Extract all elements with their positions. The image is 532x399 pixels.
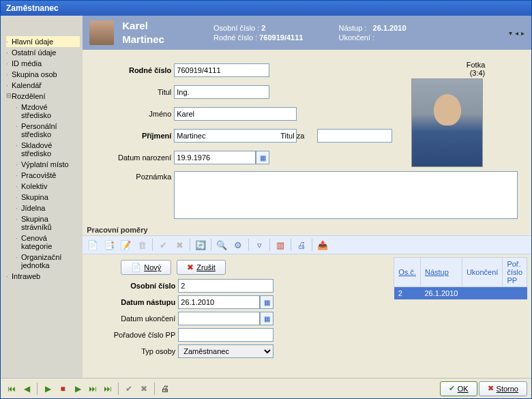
pp-poradi-label: Pořadové číslo PP — [87, 331, 175, 339]
header-band: Karel Martinec Osobní číslo : 2 Rodné čí… — [83, 16, 531, 50]
sidebar-item[interactable]: Skladové středisko — [6, 140, 80, 159]
pp-nastup-label: Datum nástupu — [87, 298, 175, 306]
table-row[interactable]: 2 26.1.2010 — [394, 287, 527, 300]
pomery-section-title: Pracovní poměry — [83, 224, 531, 235]
header-nastup-value: 26.1.2010 — [373, 24, 407, 32]
titulza-input[interactable] — [317, 129, 392, 143]
sidebar-item[interactable]: Výplatní místo — [6, 159, 80, 170]
sidebar-item[interactable]: Jídelna — [6, 203, 80, 213]
calendar-icon[interactable]: ▦ — [256, 151, 269, 164]
poznamka-label: Poznámka — [96, 171, 171, 219]
titul-input[interactable] — [174, 85, 269, 99]
sidebar-item[interactable]: ID média — [6, 58, 80, 69]
prijmeni-label: Příjmení — [96, 132, 171, 140]
jmeno-label: Jméno — [96, 110, 171, 118]
nav-last-icon[interactable]: ⏭ — [86, 382, 100, 396]
pp-poradi-input[interactable] — [178, 328, 274, 342]
nav-play-icon[interactable]: ▶ — [71, 382, 85, 396]
nav-end-icon[interactable]: ⏭ — [101, 382, 115, 396]
tb-copy-icon[interactable]: 📑 — [102, 237, 117, 252]
footer-toolbar: ⏮ ◀ ▶ ■ ▶ ⏭ ⏭ ✔ ✖ 🖨 ✔OK ✖Storno — [1, 378, 531, 398]
sidebar-item[interactable]: Cenová kategorie — [6, 233, 80, 252]
tb-print-icon[interactable]: 🖨 — [294, 237, 309, 252]
jmeno-input[interactable] — [174, 107, 297, 121]
sidebar-item[interactable]: Kalendář — [6, 80, 80, 91]
zrusit-button[interactable]: ✖Zrušit — [177, 260, 226, 275]
pomery-table: Os.č. Nástup Ukončení Poř. číslo PP 2 26… — [394, 257, 527, 299]
rodne-cislo-label: Rodné číslo — [96, 66, 171, 74]
nav-first-icon[interactable]: ⏮ — [5, 382, 18, 396]
pp-typ-select[interactable]: Zaměstnanec — [178, 344, 274, 358]
storno-button[interactable]: ✖Storno — [479, 381, 527, 396]
tb-export-icon[interactable]: 📤 — [315, 237, 330, 252]
sidebar-item[interactable]: Rozdělení — [6, 91, 80, 102]
sidebar-item[interactable]: Hlavní údaje — [6, 36, 80, 47]
header-osobni-label: Osobní číslo : — [213, 24, 259, 32]
tb-filter-icon[interactable]: ▿ — [252, 237, 267, 252]
prijmeni-input[interactable] — [174, 129, 297, 143]
pp-osobni-input[interactable] — [178, 279, 274, 293]
header-last-name: Martinec — [122, 33, 164, 46]
nav-next-icon[interactable]: ▶ — [41, 382, 55, 396]
fotka-label: Fotka — [467, 61, 486, 69]
tb-confirm-icon[interactable]: ✔ — [156, 237, 171, 252]
sidebar: Hlavní údajeOstatní údajeID médiaSkupina… — [1, 16, 83, 378]
novy-button[interactable]: 📄Nový — [121, 260, 171, 275]
pp-ukonceni-input[interactable] — [178, 312, 260, 325]
footer-confirm-icon[interactable]: ✔ — [122, 382, 136, 396]
sidebar-item[interactable]: Kolektiv — [6, 181, 80, 192]
tb-cancel-icon[interactable]: ✖ — [172, 237, 187, 252]
tb-edit-icon[interactable]: 📝 — [118, 237, 133, 252]
tb-refresh-icon[interactable]: 🔄 — [193, 237, 208, 252]
header-osobni-value: 2 — [261, 24, 265, 32]
calendar-icon[interactable]: ▦ — [260, 295, 274, 309]
footer-cancel-icon[interactable]: ✖ — [137, 382, 151, 396]
th-por[interactable]: Poř. číslo PP — [503, 258, 527, 287]
ok-button[interactable]: ✔OK — [440, 381, 477, 396]
photo[interactable] — [411, 78, 483, 167]
header-nastup-label: Nástup : — [338, 24, 366, 32]
titul-label: Titul — [96, 88, 171, 96]
th-ukonceni[interactable]: Ukončení — [462, 258, 502, 287]
sidebar-item[interactable]: Organizační jednotka — [6, 252, 80, 271]
datum-narozeni-input[interactable] — [174, 151, 256, 164]
pp-osobni-label: Osobní číslo — [87, 282, 175, 290]
nav-stop-icon[interactable]: ■ — [56, 382, 70, 396]
fotka-ratio: (3:4) — [470, 69, 486, 77]
delete-doc-icon: ✖ — [187, 263, 194, 272]
new-doc-icon: 📄 — [131, 263, 141, 272]
datum-narozeni-label: Datum narození — [96, 153, 171, 162]
tb-columns-icon[interactable]: ▥ — [273, 237, 288, 252]
poznamka-textarea[interactable] — [174, 171, 518, 219]
header-avatar — [89, 20, 114, 45]
footer-print-icon[interactable]: 🖨 — [158, 382, 172, 396]
rodne-cislo-input[interactable] — [174, 63, 269, 77]
tb-search-icon[interactable]: 🔍 — [214, 237, 229, 252]
sidebar-item[interactable]: Intraweb — [6, 271, 80, 282]
header-prev-icon[interactable]: ◂ — [515, 29, 518, 37]
header-next-icon[interactable]: ▸ — [521, 29, 524, 37]
sidebar-item[interactable]: Pracoviště — [6, 170, 80, 181]
tb-options-icon[interactable]: ⚙ — [231, 237, 246, 252]
sidebar-item[interactable]: Skupina strávníků — [6, 213, 80, 233]
calendar-icon[interactable]: ▦ — [260, 312, 274, 325]
header-dropdown-icon[interactable]: ▾ — [509, 29, 512, 37]
check-icon: ✔ — [449, 384, 455, 393]
pp-ukonceni-label: Datum ukončení — [87, 314, 175, 323]
sidebar-item[interactable]: Personální středisko — [6, 121, 80, 140]
sidebar-item[interactable]: Ostatní údaje — [6, 47, 80, 58]
th-osc[interactable]: Os.č. — [394, 258, 421, 287]
pp-typ-label: Typ osoby — [87, 347, 175, 355]
sidebar-item[interactable]: Skupina — [6, 192, 80, 203]
window-title: Zaměstnanec — [1, 1, 531, 16]
sidebar-item[interactable]: Skupina osob — [6, 69, 80, 80]
header-first-name: Karel — [122, 20, 164, 32]
th-nastup[interactable]: Nástup — [420, 258, 462, 287]
nav-prev-icon[interactable]: ◀ — [20, 382, 33, 396]
pp-nastup-input[interactable] — [178, 295, 260, 309]
header-ukonceni-label: Ukončení : — [338, 33, 374, 42]
tb-delete-icon[interactable]: 🗑 — [134, 237, 149, 252]
titulza-label: Titul za — [280, 132, 314, 140]
sidebar-item[interactable]: Mzdové středisko — [6, 102, 80, 121]
tb-new-icon[interactable]: 📄 — [85, 237, 100, 252]
